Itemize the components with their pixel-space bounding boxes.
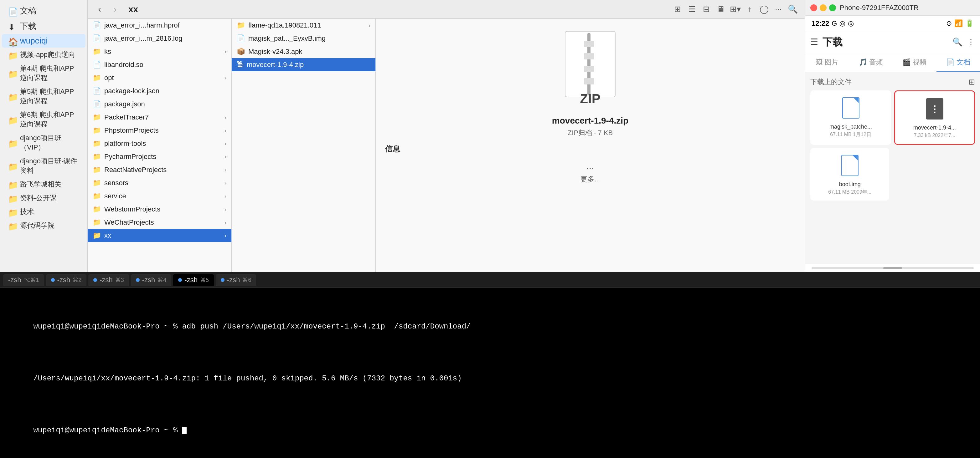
pane1-item-opt[interactable]: 📁 opt › [88,71,231,84]
terminal-tab-4[interactable]: -zsh ⌘4 [131,274,172,286]
tab-dot [51,278,55,282]
pane1-item-pkg[interactable]: 📄 package.json [88,98,231,111]
pane2-item-magisk-apk[interactable]: 📦 Magisk-v24.3.apk [232,45,375,58]
pane2-item-magisk-img[interactable]: 📄 magisk_pat..._EyxvB.img [232,32,375,45]
sidebar-item-lufei[interactable]: 📁 路飞学城相关 [2,178,86,191]
sidebar-item-django-vip[interactable]: 📁 django项目班（VIP） [2,132,86,154]
forward-button[interactable]: › [110,4,121,15]
file-icon: 📄 [93,100,101,108]
more-button[interactable]: ··· [773,4,784,15]
pane1-item-xx[interactable]: 📁 xx › [88,229,231,242]
pane1-item-pycharm[interactable]: 📁 PycharmProjects › [88,150,231,163]
sidebar-item-p4[interactable]: 📁 第4期 爬虫和APP逆向课程 [2,62,86,84]
section-title: 下载上的文件 [810,77,852,87]
sidebar-item-django-kj[interactable]: 📁 django项目班-课件资料 [2,155,86,177]
tag-button[interactable]: ◯ [758,4,770,15]
phone-tabs: 🖼 图片 🎵 音频 🎬 视频 📄 文档 [805,53,980,72]
terminal-content[interactable]: wupeiqi@wupeiqideMacBook-Pro ~ % adb pus… [0,288,980,458]
pane1-item-java2[interactable]: 📄 java_error_i...m_2816.log [88,32,231,45]
list-view-button[interactable]: ☰ [686,4,698,15]
pane1-item-ks[interactable]: 📁 ks › [88,45,231,58]
chevron-icon: › [224,154,226,160]
folder-icon: 📁 [93,205,101,213]
sidebar-item-ziliao[interactable]: 📁 资料-公开课 [2,192,86,204]
file-icon: 📄 [237,35,245,43]
tab-docs[interactable]: 📄 文档 [937,53,980,72]
sidebar-item-jishu[interactable]: 📁 技术 [2,205,86,219]
tab-video[interactable]: 🎬 视频 [892,53,937,72]
phone-section-header: 下载上的文件 ⊞ [810,77,975,87]
home-icon: 🏠 [8,37,17,45]
icon-view-button[interactable]: ⊞ [672,4,683,15]
folder-icon: 📁 [8,93,17,100]
pane1-item-pkglock[interactable]: 📄 package-lock.json [88,84,231,98]
pane1-item-webstorm[interactable]: 📁 WebstormProjects › [88,203,231,216]
pane2-item-flame[interactable]: 📁 flame-qd1a.190821.011 › [232,19,375,32]
sidebar-item-xiazai[interactable]: ⬇ 下载 [2,19,86,33]
phone-more-icon[interactable]: ⋮ [967,37,975,47]
pane1-item-sensors[interactable]: 📁 sensors › [88,176,231,190]
terminal-tab-6[interactable]: -zsh ⌘6 [216,274,256,286]
dots-icon: ··· [586,163,594,173]
svg-rect-5 [584,78,594,84]
folder-icon: 📁 [93,113,101,121]
phone-file-card-movecert[interactable]: movecert-1.9-4... 7.33 kB 2022年7... [894,90,975,145]
sidebar-item-p5[interactable]: 📁 第5期 爬虫和APP逆向课程 [2,85,86,108]
sidebar-item-yuandaima[interactable]: 📁 源代码学院 [2,219,86,232]
terminal-line-1: wupeiqi@wupeiqideMacBook-Pro ~ % adb pus… [6,310,974,344]
pane2-item-movecert[interactable]: 🗜 movecert-1.9-4.zip [232,58,375,71]
terminal-tab-5[interactable]: -zsh ⌘5 [173,274,214,286]
gallery-view-button[interactable]: 🖥 [715,4,726,15]
back-button[interactable]: ‹ [94,4,105,15]
phone-titlebar: Phone-97291FFAZ000TR [805,0,980,16]
terminal-tab-3[interactable]: -zsh ⌘3 [88,274,129,286]
view-toggle-icon[interactable]: ⊞ [969,78,975,86]
sidebar-item-wupeiqi[interactable]: 🏠 wupeiqi [2,34,86,48]
phone-app-header: ☰ 下载 🔍 ⋮ [805,31,980,53]
folder-icon: 📁 [93,139,101,147]
tab-images[interactable]: 🖼 图片 [805,53,849,72]
pane1-item-libandroid[interactable]: 📄 libandroid.so [88,58,231,71]
pane1-item-phpstorm[interactable]: 📁 PhpstormProjects › [88,124,231,137]
pane1-item-service[interactable]: 📁 service › [88,190,231,203]
phone-scrollbar[interactable] [811,267,974,269]
tab-audio[interactable]: 🎵 音频 [849,53,893,72]
phone-file-card-magisk[interactable]: magisk_patche... 67.11 MB 1月12日 [810,90,891,145]
terminal-tab-1[interactable]: -zsh ⌥⌘1 [3,274,44,286]
fullscreen-button[interactable] [829,5,836,11]
file-icon: 📄 [93,61,101,69]
share-button[interactable]: ↑ [744,4,755,15]
actions-button[interactable]: ⊞▾ [730,4,741,15]
main-area: 📄 文稿 ⬇ 下载 🏠 wupeiqi 📁 视频-app爬虫逆向 📁 第4期 爬… [0,0,980,272]
pane1-item-platform[interactable]: 📁 platform-tools › [88,137,231,150]
minimize-button[interactable] [820,5,827,11]
phone-file-card-boot-row: boot.img 67.11 MB 2009年... [810,148,975,201]
more-button[interactable]: ··· 更多... [581,163,600,184]
file-icon: 📄 [93,21,101,29]
doc-file-icon-boot [839,153,861,178]
hamburger-icon[interactable]: ☰ [810,37,818,47]
close-button[interactable] [810,5,817,11]
folder-icon: 📁 [93,192,101,200]
pane1-item-packettracer[interactable]: 📁 PacketTracer7 › [88,111,231,124]
column-view-button[interactable]: ⊟ [701,4,712,15]
terminal-tab-2[interactable]: -zsh ⌘2 [46,274,87,286]
sidebar-item-video[interactable]: 📁 视频-app爬虫逆向 [2,48,86,61]
phone-search-icon[interactable]: 🔍 [953,37,963,47]
sidebar-item-wenzhang[interactable]: 📄 文稿 [2,3,86,18]
finder-window: ‹ › xx ⊞ ☰ ⊟ 🖥 ⊞▾ ↑ ◯ ··· 🔍 📄 jav [88,0,805,272]
signal-icon: 📶 [955,19,963,27]
preview-filemeta: ZIP归档 · 7 KB [568,128,613,138]
sidebar-item-p6[interactable]: 📁 第6期 爬虫和APP逆向课程 [2,108,86,131]
window-title: xx [128,5,138,14]
status-right: ⊙ 📶 🔋 [946,19,974,27]
chevron-icon: › [224,49,226,55]
pane1-item-wechat[interactable]: 📁 WeChatProjects › [88,216,231,229]
phone-file-card-boot[interactable]: boot.img 67.11 MB 2009年... [810,148,889,201]
pane1-item-java1[interactable]: 📄 java_error_i...harm.hprof [88,19,231,32]
chevron-icon: › [224,206,226,213]
search-button[interactable]: 🔍 [787,4,799,15]
scrollbar-thumb [883,267,902,269]
pane1-item-reactnative[interactable]: 📁 ReactNativeProjects › [88,163,231,176]
folder-icon: 📁 [237,21,245,29]
